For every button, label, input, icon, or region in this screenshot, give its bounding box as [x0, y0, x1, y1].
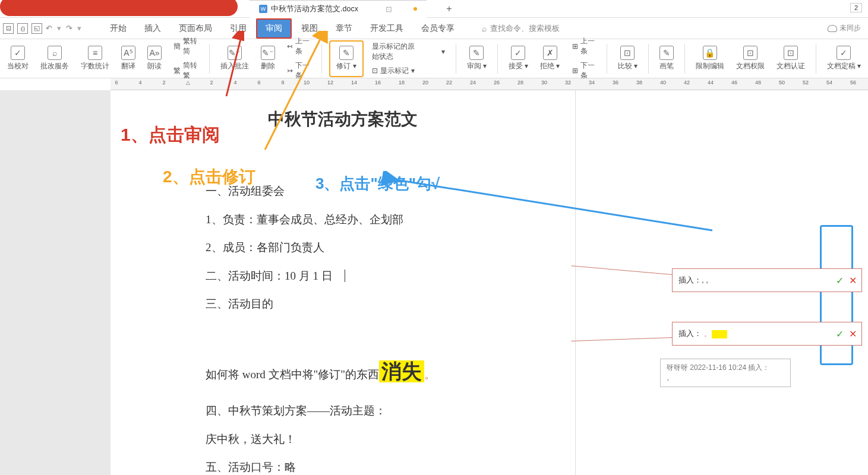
doc-finalize-button[interactable]: ✓文档定稿 ▾	[823, 43, 864, 74]
qat-preview-icon[interactable]: ◱	[31, 23, 42, 34]
menu-member[interactable]: 会员专享	[413, 20, 463, 37]
compare-button[interactable]: ⊡比较 ▾	[614, 43, 641, 74]
document-area: 中秋节活动方案范文 1、点击审阅 2、点击修订 3、点击"绿色"勾√ 一、活动组…	[0, 90, 868, 475]
comment-text: 插入：, ,	[678, 276, 708, 284]
document-page[interactable]: 中秋节活动方案范文 1、点击审阅 2、点击修订 3、点击"绿色"勾√ 一、活动组…	[111, 90, 575, 475]
menu-bar: ⊡ ⎙ ◱ ↶ ▾ ↷ ▾ 开始 插入 页面布局 引用 审阅 视图 章节 开发工…	[0, 18, 868, 39]
reject-button[interactable]: ✗拒绝 ▾	[536, 43, 563, 74]
read-button[interactable]: A»朗读	[144, 43, 165, 74]
review-service-button[interactable]: ⌕批改服务	[37, 43, 72, 74]
sync-status[interactable]: 未同步	[828, 23, 861, 33]
menu-layout[interactable]: 页面布局	[171, 20, 220, 37]
ribbon-toolbar: ✓当校对 ⌕批改服务 ≡字数统计 A⁵翻译 A»朗读 簡繁转简 繁简转繁 ✎⁺插…	[0, 39, 868, 78]
track-display-mode[interactable]: 显示标记的原始状态▾	[368, 40, 449, 63]
doc-line: 五、活动口号：略	[206, 453, 545, 475]
comment-balloon-1[interactable]: 插入：, , ✓ ✕	[672, 268, 862, 292]
insert-comment-button[interactable]: ✎⁺插入批注	[217, 43, 252, 74]
quick-access-toolbar: ⊡ ⎙ ◱ ↶ ▾ ↷ ▾	[3, 23, 83, 34]
document-tab[interactable]: W 中秋节活动方案范文.docx ⊡	[250, 0, 427, 18]
comment-highlight-swatch	[712, 330, 727, 338]
doc-line: 三、活动目的	[206, 290, 545, 318]
menu-home[interactable]: 开始	[102, 20, 135, 37]
reject-change-icon[interactable]: ✕	[849, 328, 857, 340]
page-number-indicator[interactable]: 2	[850, 3, 862, 12]
restrict-edit-button[interactable]: 🔒限制编辑	[692, 43, 728, 74]
title-bar: W 中秋节活动方案范文.docx ⊡ + 2	[0, 0, 868, 18]
search-placeholder: 查找命令、搜索模板	[490, 23, 560, 34]
annotation-1: 1、点击审阅	[121, 123, 220, 147]
qat-save-icon[interactable]: ⊡	[3, 23, 14, 34]
unsaved-indicator	[414, 7, 417, 11]
doc-cert-button[interactable]: ⊡文档认证	[773, 43, 809, 74]
doc-line: 四、中秋节策划方案——活动主题：	[206, 397, 545, 425]
doc-line: 1、负责：董事会成员、总经办、企划部	[206, 205, 545, 234]
menu-devtools[interactable]: 开发工具	[362, 20, 412, 37]
search-icon: ⌕	[482, 24, 487, 33]
annotation-2: 2、点击修订	[163, 166, 255, 188]
tab-title: 中秋节活动方案范文.docx	[271, 4, 358, 14]
window-control-icon[interactable]: ⊡	[386, 5, 392, 14]
highlight-text: 消失	[379, 360, 424, 382]
tracking-button[interactable]: ✎修订 ▾	[333, 43, 359, 74]
delete-comment-button[interactable]: ✎⁻删除	[257, 43, 279, 74]
left-gutter	[0, 90, 111, 475]
doc-permission-button[interactable]: ⊡文档权限	[733, 43, 768, 74]
new-tab-button[interactable]: +	[444, 0, 454, 18]
wordcount-button[interactable]: ≡字数统计	[77, 43, 113, 74]
comment-balloon-2[interactable]: 插入： 。 ✓ ✕	[672, 322, 862, 346]
reject-change-icon[interactable]: ✕	[849, 275, 857, 286]
doc-line: 2、成员：各部门负责人	[206, 233, 545, 262]
doc-line	[206, 318, 545, 347]
doc-line: 如何将 word 文档中将"修订"的东西消失。	[206, 346, 545, 397]
accept-change-icon[interactable]: ✓	[836, 275, 844, 286]
prev-change-button[interactable]: ⊞上一条	[569, 35, 599, 58]
connector-line	[571, 337, 672, 341]
revision-tooltip: 呀呀呀 2022-11-16 10:24 插入：。	[660, 359, 791, 387]
connector-line	[572, 265, 672, 275]
prev-comment-button[interactable]: ↢上一条	[283, 35, 314, 58]
word-doc-icon: W	[259, 5, 267, 13]
qat-redo-icon[interactable]: ↷	[66, 24, 72, 33]
comments-panel: 插入：, , ✓ ✕ 插入： 。 ✓ ✕ 呀呀呀 2022-11-16 10:2…	[575, 90, 868, 475]
annotation-3: 3、点击"绿色"勾√	[315, 173, 440, 194]
horizontal-ruler[interactable]: 6 4 2 △ 2 4 6 8 10 12 14 16 18 20 22 24 …	[111, 78, 868, 90]
accept-button[interactable]: ✓接受 ▾	[505, 43, 532, 74]
proofing-button[interactable]: ✓当校对	[4, 43, 32, 74]
trad-to-simp-button[interactable]: 簡繁转简	[170, 35, 202, 58]
doc-line: 二、活动时间：10 月 1 日	[206, 262, 545, 290]
pen-button[interactable]: ✎画笔	[656, 43, 677, 74]
menu-insert[interactable]: 插入	[136, 20, 169, 37]
redacted-area	[0, 0, 238, 16]
show-markup-button[interactable]: ⊡显示标记 ▾	[368, 65, 449, 77]
accept-change-icon[interactable]: ✓	[836, 328, 844, 340]
review-button[interactable]: ✎审阅 ▾	[463, 43, 490, 74]
qat-undo-icon[interactable]: ↶	[46, 24, 52, 33]
cloud-icon	[828, 25, 837, 32]
tracking-highlight-box: ✎修订 ▾	[329, 40, 363, 77]
translate-button[interactable]: A⁵翻译	[118, 43, 139, 74]
menu-chapters[interactable]: 章节	[327, 20, 361, 37]
doc-line: 庆中秋，送大礼！	[206, 425, 545, 454]
comment-text: 插入：	[678, 329, 702, 338]
menu-view[interactable]: 视图	[293, 20, 326, 37]
sync-label: 未同步	[839, 23, 861, 33]
menu-references[interactable]: 引用	[222, 20, 255, 37]
qat-print-icon[interactable]: ⎙	[17, 23, 28, 34]
command-search[interactable]: ⌕ 查找命令、搜索模板	[482, 23, 865, 34]
